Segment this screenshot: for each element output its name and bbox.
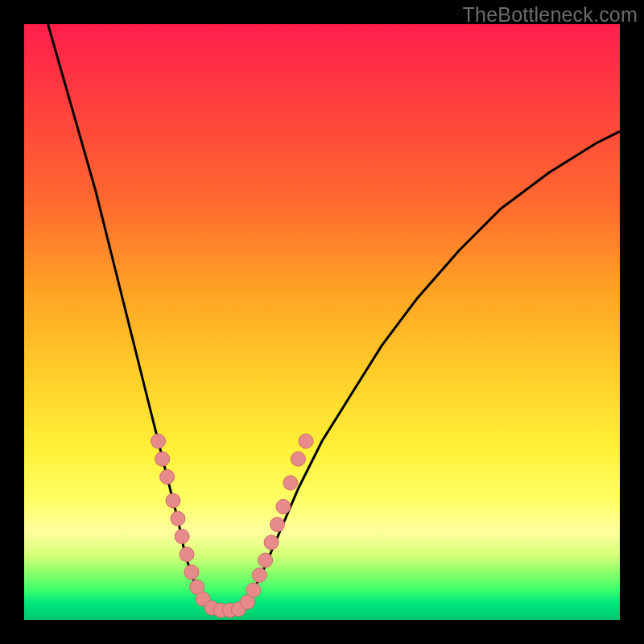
marker-dot <box>299 434 313 448</box>
marker-dot <box>264 535 279 550</box>
chart-svg <box>24 24 620 620</box>
marker-dot <box>276 499 291 514</box>
plot-area <box>24 24 620 620</box>
marker-dot <box>184 565 199 580</box>
watermark-text: TheBottleneck.com <box>463 3 638 27</box>
marker-dot <box>180 547 194 562</box>
marker-dot <box>258 553 273 568</box>
marker-dot <box>246 583 261 597</box>
marker-group <box>151 434 314 617</box>
marker-dot <box>160 469 175 484</box>
marker-dot <box>252 568 266 583</box>
marker-dot <box>270 518 285 532</box>
marker-dot <box>155 452 170 466</box>
marker-dot <box>175 529 189 543</box>
marker-dot <box>151 434 166 448</box>
curve-group <box>48 24 620 611</box>
marker-dot <box>291 452 305 466</box>
marker-dot <box>171 511 185 526</box>
marker-dot <box>166 493 180 508</box>
outer-frame: TheBottleneck.com <box>0 0 644 644</box>
marker-dot <box>283 476 298 490</box>
curve-right-path <box>245 131 620 608</box>
